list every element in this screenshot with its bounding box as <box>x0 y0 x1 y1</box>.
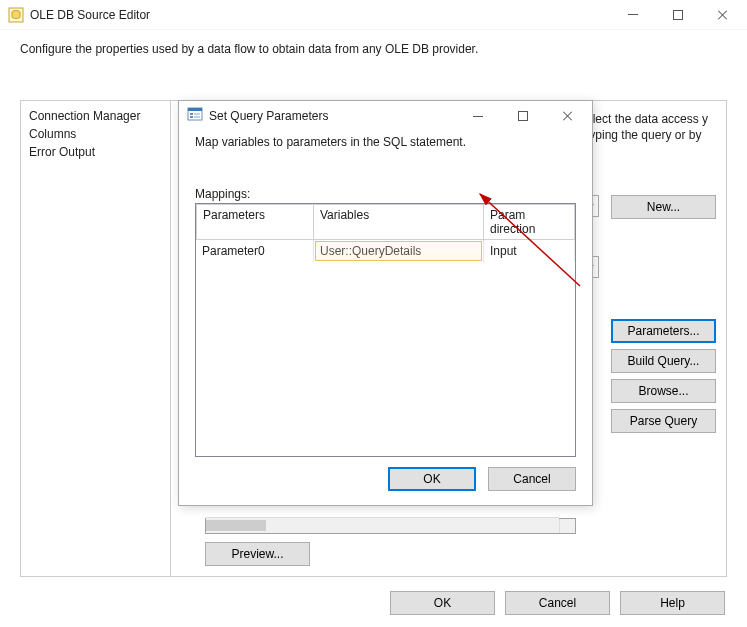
nav-item-error-output[interactable]: Error Output <box>21 143 170 161</box>
scrollbar-vertical[interactable] <box>559 519 575 533</box>
parent-title: OLE DB Source Editor <box>30 8 610 22</box>
form-grid-icon <box>187 107 203 126</box>
right-desc-fragment: elect the data access y typing the query… <box>586 111 716 143</box>
svg-rect-4 <box>190 113 193 115</box>
modal-minimize-button[interactable] <box>455 101 500 131</box>
nav-item-columns[interactable]: Columns <box>21 125 170 143</box>
db-icon <box>8 7 24 23</box>
col-header-variables[interactable]: Variables <box>314 204 484 240</box>
cell-variable[interactable]: User::QueryDetails <box>314 240 484 262</box>
svg-rect-3 <box>188 108 202 111</box>
grid-row[interactable]: Parameter0 User::QueryDetails Input <box>196 240 575 262</box>
build-query-button[interactable]: Build Query... <box>611 349 716 373</box>
modal-body: Map variables to parameters in the SQL s… <box>179 131 592 457</box>
modal-window-controls <box>455 101 590 131</box>
col-header-parameters[interactable]: Parameters <box>196 204 314 240</box>
col-header-param-direction[interactable]: Param direction <box>484 204 575 240</box>
modal-close-button[interactable] <box>545 101 590 131</box>
set-query-parameters-dialog: Set Query Parameters Map variables to pa… <box>178 100 593 506</box>
browse-button[interactable]: Browse... <box>611 379 716 403</box>
modal-button-row: OK Cancel <box>179 457 592 505</box>
parent-bottom-buttons: OK Cancel Help <box>390 591 725 615</box>
svg-rect-6 <box>190 116 193 118</box>
close-button[interactable] <box>700 0 745 30</box>
parent-intro: Configure the properties used by a data … <box>0 30 747 62</box>
modal-title: Set Query Parameters <box>209 109 455 123</box>
new-button[interactable]: New... <box>611 195 716 219</box>
svg-rect-7 <box>194 116 200 118</box>
parameters-button[interactable]: Parameters... <box>611 319 716 343</box>
parent-cancel-button[interactable]: Cancel <box>505 591 610 615</box>
modal-cancel-button[interactable]: Cancel <box>488 467 576 491</box>
parent-help-button[interactable]: Help <box>620 591 725 615</box>
svg-rect-5 <box>194 113 200 115</box>
minimize-button[interactable] <box>610 0 655 30</box>
sql-textarea[interactable] <box>205 518 576 534</box>
grid-header: Parameters Variables Param direction <box>196 204 575 240</box>
scrollbar-horizontal[interactable] <box>206 517 559 533</box>
cell-parameter[interactable]: Parameter0 <box>196 240 314 262</box>
parent-titlebar: OLE DB Source Editor <box>0 0 747 30</box>
left-nav: Connection Manager Columns Error Output <box>21 101 171 576</box>
modal-ok-button[interactable]: OK <box>388 467 476 491</box>
preview-button[interactable]: Preview... <box>205 542 310 566</box>
nav-item-connection-manager[interactable]: Connection Manager <box>21 107 170 125</box>
mappings-grid[interactable]: Parameters Variables Param direction Par… <box>195 203 576 457</box>
modal-titlebar: Set Query Parameters <box>179 101 592 131</box>
parse-query-button[interactable]: Parse Query <box>611 409 716 433</box>
modal-description: Map variables to parameters in the SQL s… <box>195 135 576 149</box>
mappings-label: Mappings: <box>195 187 576 201</box>
parent-ok-button[interactable]: OK <box>390 591 495 615</box>
maximize-button[interactable] <box>655 0 700 30</box>
parent-window-controls <box>610 0 745 30</box>
modal-maximize-button[interactable] <box>500 101 545 131</box>
right-button-column: New... Parameters... Build Query... Brow… <box>611 195 716 433</box>
cell-direction[interactable]: Input <box>484 240 575 262</box>
